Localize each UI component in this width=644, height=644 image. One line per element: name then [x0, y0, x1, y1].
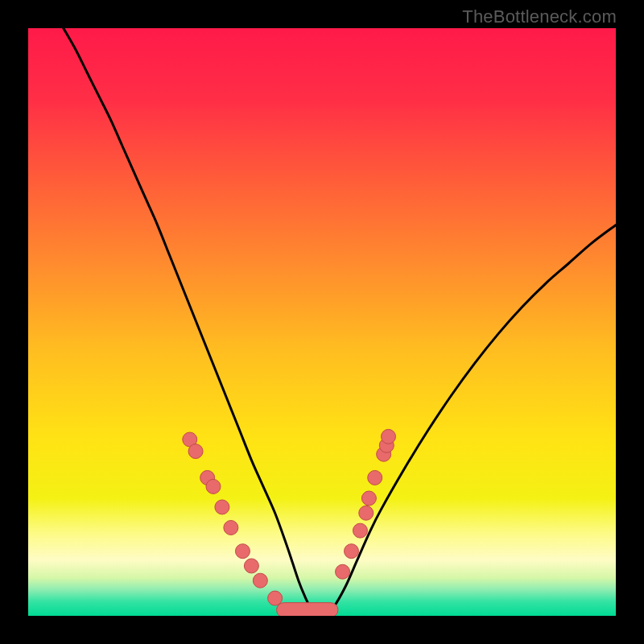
bottom-marker-bar: [277, 603, 338, 616]
data-marker: [359, 506, 374, 520]
bottleneck-curve: [64, 28, 616, 614]
plot-area: [28, 28, 616, 616]
data-marker: [361, 491, 376, 506]
data-markers: [183, 429, 396, 605]
data-marker: [336, 564, 350, 579]
watermark-text: TheBottleneck.com: [462, 6, 617, 27]
chart-frame: TheBottleneck.com: [0, 0, 644, 644]
data-marker: [206, 479, 221, 493]
data-marker: [244, 559, 258, 573]
data-marker: [353, 523, 367, 538]
data-marker: [368, 470, 382, 485]
data-marker: [253, 573, 267, 588]
svg-rect-1: [277, 603, 338, 616]
curve-layer: [28, 28, 616, 616]
data-marker: [224, 521, 238, 535]
data-marker: [215, 500, 229, 514]
data-marker: [268, 591, 283, 605]
data-marker: [381, 429, 395, 444]
data-marker: [345, 544, 359, 559]
data-marker: [235, 544, 250, 559]
data-marker: [188, 444, 203, 459]
